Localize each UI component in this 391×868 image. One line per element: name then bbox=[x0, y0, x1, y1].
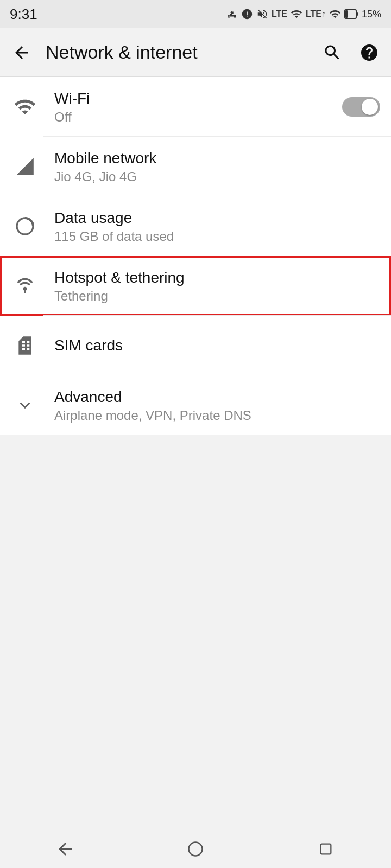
mobile-network-subtitle: Jio 4G, Jio 4G bbox=[54, 169, 380, 184]
advanced-text: Advanced Airplane mode, VPN, Private DNS bbox=[54, 387, 380, 423]
sim-cards-text: SIM cards bbox=[54, 336, 380, 355]
mute-icon bbox=[256, 8, 268, 20]
settings-item-data-usage[interactable]: Data usage 115 GB of data used bbox=[0, 196, 391, 256]
settings-item-advanced[interactable]: Advanced Airplane mode, VPN, Private DNS bbox=[0, 375, 391, 435]
toggle-divider bbox=[329, 91, 329, 123]
status-time: 9:31 bbox=[10, 6, 37, 23]
help-button[interactable] bbox=[356, 40, 382, 66]
sim-cards-title: SIM cards bbox=[54, 336, 380, 355]
status-bar: 9:31 LTE LTE↑ 15% bbox=[0, 0, 391, 28]
hotspot-subtitle: Tethering bbox=[54, 289, 380, 304]
mobile-network-title: Mobile network bbox=[54, 149, 380, 168]
hotspot-text: Hotspot & tethering Tethering bbox=[54, 268, 380, 304]
advanced-title: Advanced bbox=[54, 387, 380, 407]
settings-item-sim-cards[interactable]: SIM cards bbox=[0, 316, 391, 375]
wifi-icon bbox=[11, 93, 39, 121]
lte2-icon: LTE↑ bbox=[306, 9, 326, 19]
data-usage-icon bbox=[11, 212, 39, 240]
wifi-subtitle: Off bbox=[54, 110, 329, 125]
signal2-icon bbox=[329, 8, 341, 20]
settings-item-wifi[interactable]: Wi-Fi Off bbox=[0, 77, 391, 137]
recents-nav-button[interactable] bbox=[304, 835, 348, 863]
search-button[interactable] bbox=[319, 40, 345, 66]
svg-rect-2 bbox=[345, 10, 348, 18]
data-usage-text: Data usage 115 GB of data used bbox=[54, 208, 380, 244]
advanced-icon bbox=[11, 391, 39, 419]
svg-point-5 bbox=[189, 842, 203, 856]
data-usage-subtitle: 115 GB of data used bbox=[54, 229, 380, 244]
advanced-subtitle: Airplane mode, VPN, Private DNS bbox=[54, 408, 380, 423]
svg-rect-6 bbox=[321, 844, 331, 854]
wifi-title: Wi-Fi bbox=[54, 89, 329, 108]
wifi-text: Wi-Fi Off bbox=[54, 89, 329, 125]
home-nav-button[interactable] bbox=[174, 835, 217, 863]
alert-icon bbox=[241, 8, 253, 20]
usb-icon bbox=[226, 8, 238, 20]
back-button[interactable] bbox=[9, 40, 35, 66]
page-title: Network & internet bbox=[46, 42, 308, 63]
wifi-toggle[interactable] bbox=[342, 97, 380, 117]
mobile-network-icon bbox=[11, 152, 39, 181]
status-icons: LTE LTE↑ 15% bbox=[226, 8, 381, 20]
app-bar: Network & internet bbox=[0, 28, 391, 77]
bottom-nav bbox=[0, 829, 391, 868]
battery-percent: 15% bbox=[362, 9, 381, 20]
back-nav-button[interactable] bbox=[43, 835, 87, 863]
sim-cards-icon bbox=[11, 331, 39, 360]
settings-item-mobile-network[interactable]: Mobile network Jio 4G, Jio 4G bbox=[0, 137, 391, 196]
svg-rect-1 bbox=[356, 12, 358, 16]
battery-icon bbox=[344, 8, 358, 20]
signal-icon bbox=[291, 8, 302, 20]
lte-icon: LTE bbox=[272, 9, 287, 19]
settings-list: Wi-Fi Off Mobile network Jio 4G, Jio 4G … bbox=[0, 77, 391, 435]
data-usage-title: Data usage bbox=[54, 208, 380, 228]
hotspot-title: Hotspot & tethering bbox=[54, 268, 380, 288]
hotspot-icon bbox=[11, 272, 39, 300]
mobile-network-text: Mobile network Jio 4G, Jio 4G bbox=[54, 149, 380, 184]
settings-item-hotspot[interactable]: Hotspot & tethering Tethering bbox=[0, 256, 391, 316]
